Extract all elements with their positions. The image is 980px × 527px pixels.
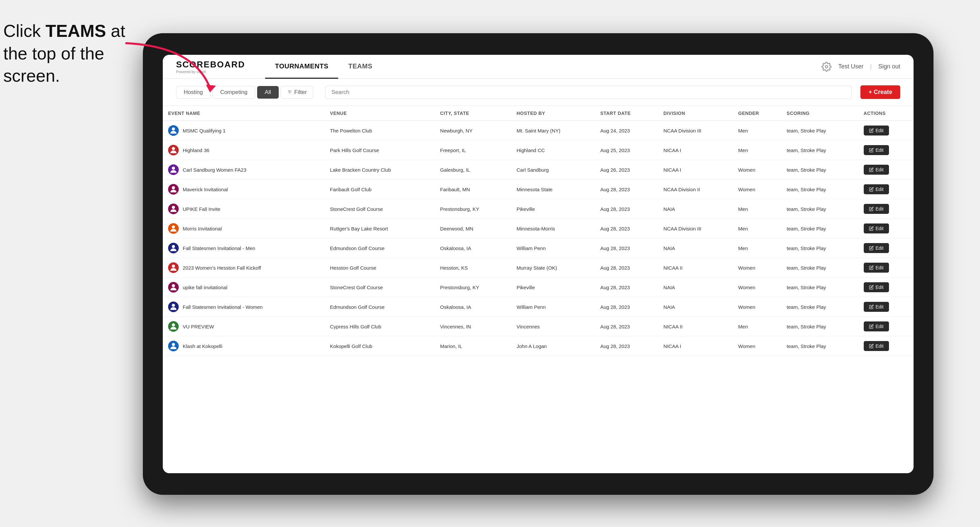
actions-cell: Edit: [858, 219, 913, 238]
division-cell: NICAA II: [658, 317, 733, 337]
city-cell: Deerwood, MN: [435, 219, 511, 238]
svg-point-15: [172, 324, 175, 326]
gender-cell: Women: [733, 160, 781, 179]
tab-teams[interactable]: TEAMS: [338, 55, 382, 79]
filter-icon: [287, 90, 292, 95]
logo-icon: [169, 126, 178, 135]
hosted-by-cell: Mt. Saint Mary (NY): [511, 121, 595, 140]
col-start-date: START DATE: [595, 106, 658, 121]
col-venue: VENUE: [325, 106, 435, 121]
hosted-by-cell: Minnesota-Morris: [511, 219, 595, 238]
date-cell: Aug 28, 2023: [595, 317, 658, 337]
venue-cell: The Powelton Club: [325, 121, 435, 140]
city-cell: Faribault, MN: [435, 179, 511, 199]
logo-icon: [169, 322, 178, 331]
scoring-cell: team, Stroke Play: [781, 278, 858, 297]
edit-button[interactable]: Edit: [864, 321, 889, 332]
pencil-icon: [869, 167, 874, 172]
gender-cell: Men: [733, 140, 781, 160]
pencil-icon: [869, 148, 874, 152]
logo-icon: [169, 263, 178, 272]
pencil-icon: [869, 187, 874, 192]
team-logo: [168, 302, 179, 312]
gender-cell: Women: [733, 258, 781, 278]
venue-cell: Cypress Hills Golf Club: [325, 317, 435, 337]
event-name: Fall Statesmen Invitational - Women: [183, 304, 263, 310]
event-name: Klash at Kokopelli: [183, 343, 222, 349]
svg-marker-0: [206, 85, 216, 92]
city-cell: Oskaloosa, IA: [435, 238, 511, 258]
venue-cell: Lake Bracken Country Club: [325, 160, 435, 179]
logo-icon: [169, 302, 178, 311]
pencil-icon: [869, 246, 874, 251]
team-logo: [168, 282, 179, 292]
svg-point-5: [172, 127, 175, 130]
table-row: UPIKE Fall Invite StoneCrest Golf Course…: [163, 199, 913, 219]
search-input[interactable]: [325, 86, 852, 99]
filter-options-button[interactable]: Filter: [281, 86, 313, 98]
division-cell: NAIA: [658, 278, 733, 297]
date-cell: Aug 28, 2023: [595, 219, 658, 238]
venue-cell: Kokopelli Golf Club: [325, 337, 435, 356]
svg-point-8: [172, 186, 175, 189]
svg-point-9: [172, 206, 175, 209]
scoring-cell: team, Stroke Play: [781, 160, 858, 179]
event-name-cell: MSMC Qualifying 1: [163, 121, 325, 140]
edit-button[interactable]: Edit: [864, 282, 889, 292]
logo-icon: [169, 204, 178, 214]
table-row: Fall Statesmen Invitational - Women Edmu…: [163, 297, 913, 317]
hosted-by-cell: William Penn: [511, 297, 595, 317]
team-logo: [168, 243, 179, 253]
hosted-by-cell: Vincennes: [511, 317, 595, 337]
sign-out-link[interactable]: Sign out: [878, 63, 900, 70]
edit-button[interactable]: Edit: [864, 224, 889, 233]
edit-button[interactable]: Edit: [864, 145, 889, 155]
nav-right: Test User | Sign out: [821, 62, 900, 72]
logo-icon: [169, 146, 178, 155]
tab-tournaments[interactable]: TOURNAMENTS: [265, 55, 339, 79]
arrow-indicator: [106, 33, 226, 106]
table-row: Maverick Invitational Faribault Golf Clu…: [163, 179, 913, 199]
edit-button[interactable]: Edit: [864, 184, 889, 194]
pencil-icon: [869, 128, 874, 133]
create-button[interactable]: + Create: [861, 85, 900, 99]
edit-button[interactable]: Edit: [864, 204, 889, 214]
division-cell: NICAA I: [658, 140, 733, 160]
table-row: Carl Sandburg Women FA23 Lake Bracken Co…: [163, 160, 913, 179]
edit-button[interactable]: Edit: [864, 165, 889, 175]
settings-icon[interactable]: [821, 62, 832, 72]
venue-cell: Hesston Golf Course: [325, 258, 435, 278]
table-header: EVENT NAME VENUE CITY, STATE HOSTED BY S…: [163, 106, 913, 121]
pencil-icon: [869, 324, 874, 329]
gender-cell: Women: [733, 179, 781, 199]
gender-cell: Men: [733, 317, 781, 337]
edit-button[interactable]: Edit: [864, 341, 889, 351]
team-logo: [168, 164, 179, 175]
event-name-cell: upike fall invitational: [163, 278, 325, 297]
instruction-highlight: TEAMS: [46, 21, 106, 41]
svg-point-7: [172, 167, 175, 170]
scoring-cell: team, Stroke Play: [781, 297, 858, 317]
event-name-cell: Fall Statesmen Invitational - Men: [163, 238, 325, 258]
edit-button[interactable]: Edit: [864, 302, 889, 312]
search-area: [325, 86, 852, 99]
venue-cell: StoneCrest Golf Course: [325, 199, 435, 219]
filter-bar: Hosting Competing All Filter + Create: [163, 79, 913, 106]
scoring-cell: team, Stroke Play: [781, 317, 858, 337]
table-row: Morris Invitational Ruttger's Bay Lake R…: [163, 219, 913, 238]
scoring-cell: team, Stroke Play: [781, 121, 858, 140]
edit-button[interactable]: Edit: [864, 125, 889, 135]
col-event-name: EVENT NAME: [163, 106, 325, 121]
venue-cell: Park Hills Golf Course: [325, 140, 435, 160]
city-cell: Hesston, KS: [435, 258, 511, 278]
event-name-cell: Carl Sandburg Women FA23: [163, 160, 325, 179]
event-name: Morris Invitational: [183, 226, 222, 232]
all-filter-button[interactable]: All: [257, 86, 279, 98]
edit-button[interactable]: Edit: [864, 263, 889, 273]
actions-cell: Edit: [858, 199, 913, 219]
team-logo: [168, 125, 179, 136]
edit-button[interactable]: Edit: [864, 243, 889, 253]
division-cell: NICAA I: [658, 160, 733, 179]
logo-icon: [169, 185, 178, 194]
svg-point-12: [172, 265, 175, 268]
